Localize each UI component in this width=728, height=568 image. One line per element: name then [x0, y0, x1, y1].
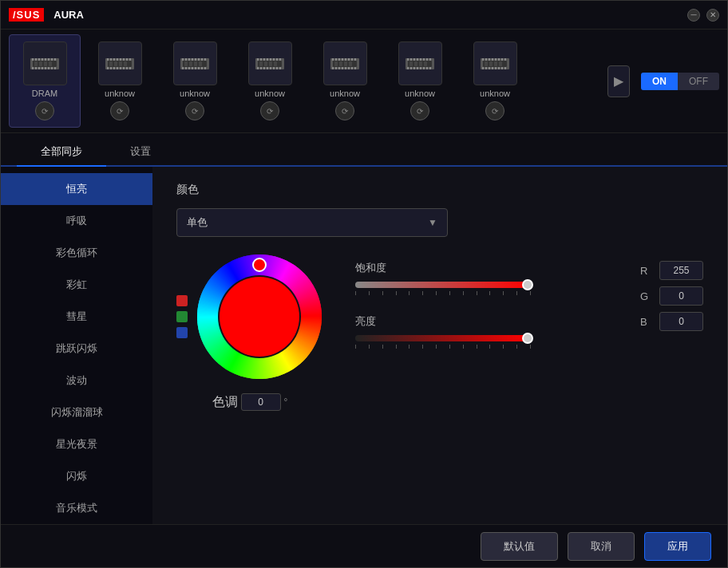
sidebar-item-starry[interactable]: 星光夜景: [1, 428, 152, 460]
svg-rect-34: [117, 67, 118, 69]
chevron-down-icon: ▼: [428, 217, 437, 228]
color-swatch-0[interactable]: [176, 295, 188, 306]
svg-rect-10: [35, 67, 37, 69]
device-item-dev3[interactable]: unknow ⟳: [234, 35, 306, 127]
svg-rect-94: [348, 58, 350, 61]
device-item-dev2[interactable]: unknow ⟳: [159, 35, 231, 127]
saturation-label: 饱和度: [355, 261, 608, 275]
svg-rect-139: [501, 58, 503, 61]
apply-button[interactable]: 应用: [644, 532, 711, 561]
sync-icon-dev1: ⟳: [110, 101, 129, 120]
svg-rect-56: [192, 67, 193, 69]
rgb-section: R G B: [640, 253, 703, 331]
tick-4: [409, 345, 410, 349]
tick-12: [516, 345, 517, 349]
sidebar-item-color-cycle[interactable]: 彩色循环: [1, 237, 152, 269]
svg-rect-48: [192, 58, 193, 61]
svg-rect-12: [42, 67, 43, 69]
minimize-button[interactable]: ─: [687, 9, 700, 22]
device-item-dev4[interactable]: unknow ⟳: [309, 35, 381, 127]
device-item-dev5[interactable]: unknow ⟳: [384, 35, 456, 127]
saturation-track[interactable]: [355, 282, 531, 288]
device-item-dev6[interactable]: unknow ⟳: [459, 35, 531, 127]
sidebar-item-rainbow[interactable]: 彩虹: [1, 269, 152, 301]
svg-rect-138: [498, 58, 500, 61]
sidebar-item-comet[interactable]: 彗星: [1, 301, 152, 333]
toggle-on-button[interactable]: ON: [641, 73, 678, 90]
svg-rect-91: [338, 58, 340, 61]
default-button[interactable]: 默认值: [481, 532, 558, 561]
color-swatch-2[interactable]: [176, 327, 188, 338]
b-input[interactable]: [659, 312, 703, 331]
tick-9: [477, 345, 477, 349]
tick-3: [396, 345, 397, 349]
close-button[interactable]: ✕: [706, 9, 719, 22]
cancel-button[interactable]: 取消: [568, 532, 635, 561]
r-input[interactable]: [659, 261, 703, 280]
brightness-label: 亮度: [355, 314, 608, 329]
sidebar-item-wave[interactable]: 波动: [1, 365, 152, 396]
toggle-off-button[interactable]: OFF: [678, 73, 719, 90]
tick-6: [436, 291, 437, 295]
device-label-dram: DRAM: [32, 89, 57, 98]
tick-6: [436, 345, 437, 349]
r-row: R: [640, 261, 703, 280]
hue-input[interactable]: [241, 393, 281, 411]
app-logo-area: /SUS AURA: [9, 8, 84, 22]
svg-rect-32: [110, 67, 112, 69]
window-controls: ─ ✕: [687, 9, 719, 22]
brightness-track[interactable]: [355, 335, 531, 341]
svg-rect-128: [410, 61, 413, 66]
tick-2: [382, 345, 383, 349]
sidebar-item-static[interactable]: 恒亮: [1, 173, 152, 205]
sync-icon-dev4: ⟳: [335, 101, 354, 120]
svg-rect-24: [110, 58, 112, 61]
tab-settings[interactable]: 设置: [106, 138, 175, 165]
color-dropdown[interactable]: 单色 ▼: [176, 208, 448, 237]
sidebar-item-flash[interactable]: 跳跃闪烁: [1, 333, 152, 365]
device-icon-dram: [23, 41, 67, 85]
saturation-thumb[interactable]: [522, 279, 533, 290]
devices-next-button[interactable]: ▶: [607, 65, 630, 97]
sidebar-item-marquee[interactable]: 闪烁溜溜球: [1, 396, 152, 428]
svg-rect-119: [407, 67, 409, 69]
sync-icon-dram: ⟳: [35, 101, 54, 120]
svg-rect-92: [342, 58, 343, 61]
svg-rect-86: [269, 61, 272, 66]
sidebar-item-sparkle[interactable]: 闪烁: [1, 460, 152, 492]
color-wheel-canvas[interactable]: [196, 253, 323, 381]
svg-rect-76: [260, 67, 262, 69]
device-item-dram[interactable]: DRAM ⟳: [9, 34, 81, 128]
bottom-bar: 默认值 取消 应用: [1, 524, 727, 567]
tick-13: [530, 291, 531, 295]
svg-rect-117: [426, 58, 428, 61]
svg-rect-89: [332, 58, 334, 61]
r-label: R: [640, 265, 653, 277]
tick-0: [355, 345, 356, 349]
brightness-ticks: [355, 345, 531, 349]
title-bar: /SUS AURA ─ ✕: [1, 1, 727, 30]
svg-rect-134: [485, 58, 487, 61]
svg-rect-98: [335, 67, 337, 69]
tab-sync[interactable]: 全部同步: [17, 138, 106, 165]
sidebar-item-music[interactable]: 音乐模式: [1, 492, 152, 524]
svg-rect-58: [198, 67, 200, 69]
device-label-dev6: unknow: [480, 89, 510, 98]
hue-value-area: 色调 °: [212, 393, 288, 411]
color-dropdown-container: 单色 ▼: [176, 208, 703, 237]
brightness-thumb[interactable]: [522, 333, 533, 344]
svg-rect-140: [504, 58, 506, 61]
svg-rect-26: [117, 58, 118, 61]
color-swatch-1[interactable]: [176, 311, 188, 322]
svg-rect-57: [195, 67, 196, 69]
svg-rect-130: [419, 61, 422, 66]
g-input[interactable]: [659, 286, 703, 306]
svg-rect-111: [407, 58, 409, 61]
sync-icon-dev3: ⟳: [260, 101, 279, 120]
device-item-dev1[interactable]: unknow ⟳: [84, 35, 156, 127]
saturation-ticks: [355, 291, 531, 295]
svg-rect-151: [489, 61, 493, 66]
svg-rect-51: [201, 58, 203, 61]
sidebar-item-breathing[interactable]: 呼吸: [1, 205, 152, 237]
svg-rect-147: [501, 67, 503, 69]
